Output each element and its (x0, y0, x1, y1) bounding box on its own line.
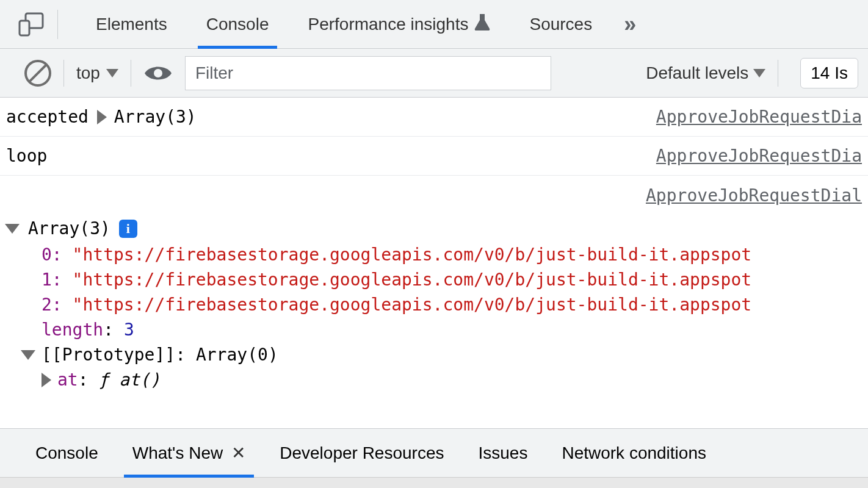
drawer-tab-label: What's New (132, 443, 223, 463)
array-index: 0 (42, 245, 52, 265)
context-label: top (76, 63, 100, 83)
console-log-row: accepted Array(3) ApproveJobRequestDia (0, 98, 868, 137)
length-value: 3 (124, 320, 134, 340)
collapse-toggle-icon[interactable] (21, 350, 35, 360)
console-toolbar: top Default levels 14 Is (0, 49, 868, 98)
prototype-row: [[Prototype]]: Array(0) (0, 342, 868, 367)
drawer-tab-network-conditions[interactable]: Network conditions (544, 429, 723, 478)
array-value[interactable]: "https://firebasestorage.googleapis.com/… (73, 295, 752, 315)
log-text: accepted (6, 107, 89, 127)
log-levels-selector[interactable]: Default levels (646, 63, 765, 83)
array-value[interactable]: "https://firebasestorage.googleapis.com/… (73, 245, 752, 265)
chevron-down-icon (753, 69, 765, 77)
drawer-tab-console[interactable]: Console (18, 429, 115, 478)
info-icon[interactable]: i (119, 220, 137, 238)
clear-console-icon[interactable] (24, 60, 51, 87)
os-taskbar (0, 477, 868, 488)
svg-point-2 (154, 69, 162, 77)
array-index: 1 (42, 270, 52, 290)
toolbar-separator (63, 60, 64, 87)
tab-performance-insights[interactable]: Performance insights (288, 0, 510, 49)
toolbar-separator (778, 60, 778, 87)
expand-toggle-icon[interactable] (42, 373, 51, 387)
method-entry: at: ƒ at() (57, 370, 161, 390)
console-log-row: loop ApproveJobRequestDia (0, 137, 868, 176)
filter-input[interactable] (185, 56, 551, 90)
collapse-toggle-icon[interactable] (5, 224, 20, 234)
expanded-array-summary: Array(3) i (0, 215, 868, 242)
svg-rect-1 (20, 21, 29, 35)
tab-performance-insights-label: Performance insights (308, 15, 468, 34)
log-object-summary[interactable]: Array(3) (114, 107, 197, 127)
prototype-method-row: at: ƒ at() (0, 367, 868, 392)
array-item: 1: "https://firebasestorage.googleapis.c… (42, 267, 868, 292)
context-selector[interactable]: top (76, 63, 118, 83)
drawer-tab-whats-new[interactable]: What's New ✕ (115, 429, 263, 478)
close-icon[interactable]: ✕ (231, 443, 245, 463)
log-text: loop (6, 146, 47, 166)
console-output: accepted Array(3) ApproveJobRequestDia l… (0, 98, 868, 428)
tab-sources[interactable]: Sources (510, 0, 612, 49)
array-item: 0: "https://firebasestorage.googleapis.c… (42, 242, 868, 267)
console-log-row: ApproveJobRequestDial (0, 176, 868, 215)
drawer-tab-developer-resources[interactable]: Developer Resources (262, 429, 461, 478)
flask-icon (474, 13, 490, 35)
array-index: 2 (42, 295, 52, 315)
source-link[interactable]: ApproveJobRequestDia (656, 146, 862, 166)
source-link[interactable]: ApproveJobRequestDia (656, 107, 862, 127)
tab-console[interactable]: Console (187, 0, 289, 49)
live-expression-icon[interactable] (143, 63, 173, 83)
chevron-down-icon (106, 69, 118, 77)
source-link[interactable]: ApproveJobRequestDial (646, 185, 862, 206)
tabs-overflow-icon[interactable]: » (624, 12, 636, 37)
array-length: length: 3 (42, 317, 868, 342)
drawer-tabs: Console What's New ✕ Developer Resources… (0, 428, 868, 477)
drawer-tab-issues[interactable]: Issues (461, 429, 544, 478)
array-summary-text: Array(3) (28, 218, 110, 239)
prototype-label: [[Prototype]]: Array(0) (42, 345, 278, 365)
tab-elements[interactable]: Elements (76, 0, 187, 49)
array-items: 0: "https://firebasestorage.googleapis.c… (0, 242, 868, 342)
expand-toggle-icon[interactable] (97, 110, 107, 124)
issues-button[interactable]: 14 Is (800, 58, 858, 88)
array-item: 2: "https://firebasestorage.googleapis.c… (42, 292, 868, 317)
levels-label: Default levels (646, 63, 748, 83)
device-toggle-icon[interactable] (18, 10, 58, 39)
length-label: length (42, 320, 103, 340)
toolbar-separator (131, 60, 131, 87)
array-value[interactable]: "https://firebasestorage.googleapis.com/… (73, 270, 752, 290)
devtools-main-tabs: Elements Console Performance insights So… (0, 0, 868, 49)
